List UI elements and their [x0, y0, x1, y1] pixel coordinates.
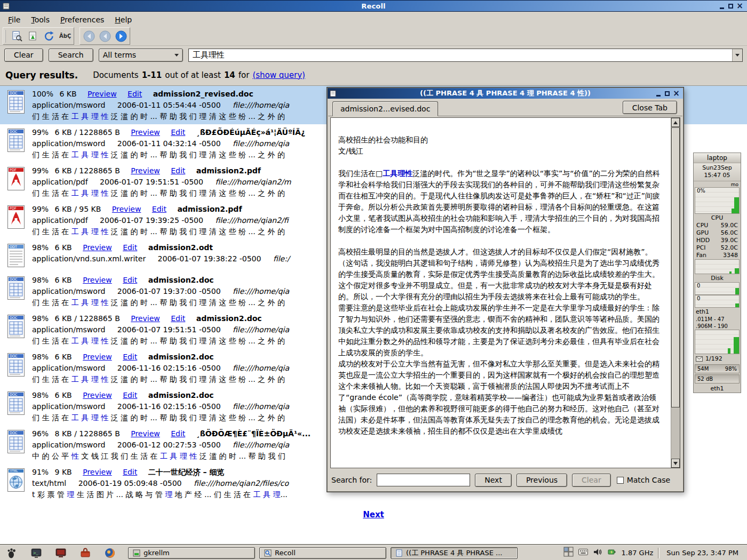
query-entry — [188, 49, 743, 62]
maximize-button[interactable] — [663, 89, 672, 98]
refresh-index-icon[interactable] — [42, 29, 56, 43]
tray-separator — [658, 548, 659, 558]
find-next-button[interactable]: Next — [475, 474, 512, 487]
search-for-label: Search for: — [331, 476, 372, 484]
maximize-button[interactable] — [726, 2, 735, 10]
preview-titlebar[interactable]: ((工 PHRASE 4 具 PHRASE 4 理 PHRASE 4 性)) × — [328, 88, 683, 99]
scroll-up-icon[interactable] — [671, 118, 680, 127]
doc-file-icon: DOC — [6, 276, 27, 308]
result-preview-link[interactable]: Preview — [88, 90, 117, 98]
next-page-icon[interactable] — [114, 29, 128, 43]
battery-icon[interactable] — [607, 548, 617, 558]
result-size: 6 KB / 95 KB — [55, 205, 101, 213]
cpu-frequency: 1.87 GHz — [622, 549, 654, 557]
chevron-down-icon — [174, 54, 179, 59]
keyboard-layout-icon[interactable] — [578, 548, 588, 558]
toolbox-launcher-icon[interactable] — [79, 547, 92, 559]
minimize-button[interactable] — [654, 89, 663, 98]
minimize-button[interactable] — [717, 2, 726, 10]
menu-file[interactable]: File — [3, 14, 26, 26]
task-preview-window[interactable]: ((工 PHRASE 4 具 PHRASE ... — [391, 547, 518, 559]
result-edit-link[interactable]: Edit — [123, 276, 137, 284]
preview-document-text[interactable]: 高校招生的社会功能和目的文/钱江 我们生活在□工具理性泛滥的时代。作为“世之显学… — [330, 117, 680, 468]
match-case-option: Match Case — [617, 476, 670, 484]
result-edit-link[interactable]: Edit — [171, 166, 185, 175]
result-preview-link[interactable]: Preview — [131, 429, 160, 438]
svg-text:PDF: PDF — [10, 168, 17, 172]
volume-icon[interactable] — [593, 548, 602, 558]
preview-tab[interactable]: admission2...evised.doc — [332, 101, 438, 116]
result-mimetype: application/pdf — [32, 216, 88, 225]
firefox-launcher-icon[interactable] — [104, 547, 116, 559]
close-button[interactable]: × — [672, 89, 681, 98]
sort-icon[interactable] — [26, 29, 40, 43]
monitor-launcher-icon[interactable] — [54, 547, 67, 559]
toolbar-nav-group — [80, 27, 130, 45]
term-explorer-icon[interactable]: ÂbÇ — [58, 29, 72, 43]
toolbar-handle[interactable] — [5, 30, 7, 43]
result-edit-link[interactable]: Edit — [128, 90, 142, 98]
search-button[interactable]: Search — [49, 49, 93, 62]
result-edit-link[interactable]: Edit — [123, 391, 137, 399]
menu-help[interactable]: Help — [109, 14, 137, 26]
result-date: 2006-01-19 05:09:48 -0500 — [78, 479, 182, 487]
sensor-row: GPU 56.0C — [694, 229, 741, 237]
result-mimetype: application/msword — [32, 325, 105, 334]
task-recoll[interactable]: Recoll — [259, 547, 386, 559]
result-edit-link[interactable]: Edit — [171, 314, 185, 323]
result-preview-link[interactable]: Preview — [83, 391, 112, 399]
recoll-titlebar[interactable]: Recoll × — [0, 0, 747, 12]
result-preview-link[interactable]: Preview — [83, 468, 112, 476]
result-title: admission2.pdf — [196, 166, 261, 175]
result-mimetype: application/msword — [32, 364, 105, 372]
footprint-launcher-icon[interactable] — [5, 547, 18, 559]
result-edit-link[interactable]: Edit — [171, 429, 185, 438]
scrollbar-thumb[interactable] — [671, 127, 680, 407]
memory-meter: 54M 98% — [695, 364, 740, 373]
svg-text:DOC: DOC — [10, 393, 18, 397]
query-details-icon[interactable] — [10, 29, 24, 43]
sensor-row: PCI 52.0C — [694, 244, 741, 252]
find-previous-button[interactable]: Previous — [516, 474, 567, 487]
task-gkrellm[interactable]: gkrellm — [128, 547, 255, 559]
html-file-icon: HTML — [6, 468, 27, 500]
result-relevance: 99% — [32, 166, 49, 175]
terminal-launcher-icon[interactable]: >_ — [30, 547, 43, 559]
pager-icon[interactable] — [563, 547, 574, 559]
result-preview-link[interactable]: Preview — [112, 205, 141, 213]
result-edit-link[interactable]: Edit — [123, 243, 137, 252]
result-preview-link[interactable]: Preview — [83, 276, 112, 284]
result-edit-link[interactable]: Edit — [171, 128, 185, 137]
result-preview-link[interactable]: Preview — [83, 243, 112, 252]
scroll-down-icon[interactable] — [671, 459, 680, 468]
preview-scrollbar[interactable] — [671, 118, 680, 468]
svg-text:DOC: DOC — [10, 91, 18, 95]
net-section-label: eth1 — [694, 308, 741, 316]
clear-button[interactable]: Clear — [4, 49, 43, 62]
menu-preferences[interactable]: Preferences — [55, 14, 109, 26]
result-preview-link[interactable]: Preview — [131, 166, 160, 175]
close-tab-button[interactable]: Close Tab — [623, 101, 677, 114]
match-case-checkbox[interactable] — [617, 477, 624, 484]
doc-file-icon: DOC — [6, 353, 27, 385]
result-edit-link[interactable]: Edit — [123, 353, 137, 361]
result-url: file:///home/qian2/m — [215, 178, 291, 186]
close-button[interactable]: × — [735, 2, 744, 10]
result-edit-link[interactable]: Edit — [123, 468, 137, 476]
result-preview-link[interactable]: Preview — [131, 314, 160, 323]
sensor-row: CPU 59.0C — [694, 222, 741, 229]
memory-used: 54M — [697, 366, 709, 372]
result-preview-link[interactable]: Preview — [83, 353, 112, 361]
search-input[interactable] — [189, 49, 732, 61]
gkrellm-hostname: laptop — [694, 153, 741, 163]
query-history-dropdown[interactable] — [732, 49, 742, 61]
show-query-link[interactable]: (show query) — [252, 70, 305, 80]
search-mode-select[interactable]: All terms — [99, 49, 183, 62]
chevron-down-icon — [735, 54, 740, 59]
next-page-link[interactable]: Next — [363, 510, 384, 519]
result-edit-link[interactable]: Edit — [152, 205, 166, 213]
sensor-value: 39.0C — [721, 237, 738, 244]
find-input[interactable] — [377, 474, 470, 486]
result-preview-link[interactable]: Preview — [131, 128, 160, 137]
menu-tools[interactable]: Tools — [26, 14, 55, 26]
